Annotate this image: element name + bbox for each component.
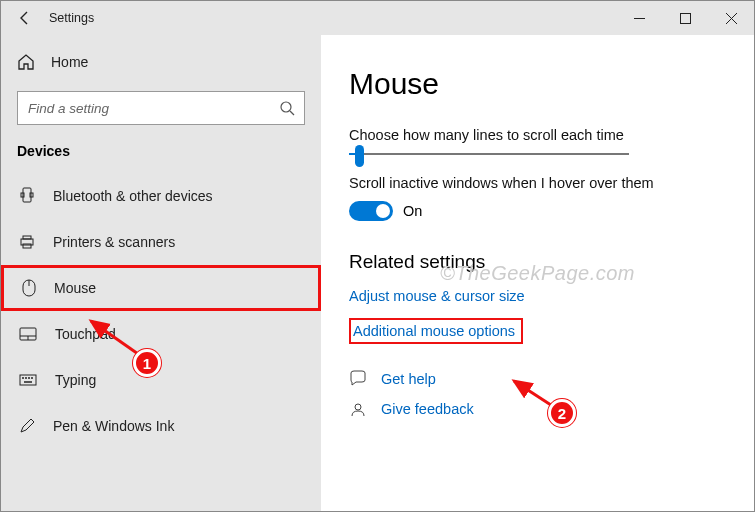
back-button[interactable] xyxy=(1,1,49,35)
sidebar-item-label: Mouse xyxy=(54,280,96,296)
toggle-state-text: On xyxy=(403,203,422,219)
sidebar-home[interactable]: Home xyxy=(1,53,321,91)
keyboard-icon xyxy=(19,374,37,386)
search-icon xyxy=(279,100,295,116)
svg-line-24 xyxy=(91,321,141,356)
sidebar-item-pen[interactable]: Pen & Windows Ink xyxy=(1,403,321,449)
mouse-icon xyxy=(22,279,36,297)
svg-line-25 xyxy=(514,381,554,407)
maximize-button[interactable] xyxy=(662,1,708,35)
scroll-lines-slider[interactable] xyxy=(349,153,722,155)
sidebar-item-label: Bluetooth & other devices xyxy=(53,188,213,204)
svg-point-4 xyxy=(281,102,291,112)
printer-icon xyxy=(19,234,35,250)
annotation-badge-2: 2 xyxy=(548,399,576,427)
scroll-inactive-label: Scroll inactive windows when I hover ove… xyxy=(349,175,722,191)
page-title: Mouse xyxy=(349,67,722,101)
home-icon xyxy=(17,53,35,71)
sidebar-item-typing[interactable]: Typing xyxy=(1,357,321,403)
search-input[interactable] xyxy=(17,91,305,125)
sidebar-item-label: Pen & Windows Ink xyxy=(53,418,174,434)
sidebar-item-label: Printers & scanners xyxy=(53,234,175,250)
svg-point-23 xyxy=(355,404,361,410)
help-icon xyxy=(349,370,367,388)
svg-rect-10 xyxy=(23,236,31,239)
svg-rect-1 xyxy=(680,13,690,23)
sidebar-group-label: Devices xyxy=(1,143,321,173)
sidebar-item-printers[interactable]: Printers & scanners xyxy=(1,219,321,265)
link-additional-mouse-options[interactable]: Additional mouse options xyxy=(353,323,515,339)
related-settings-heading: Related settings xyxy=(349,251,722,273)
minimize-button[interactable] xyxy=(616,1,662,35)
link-adjust-mouse[interactable]: Adjust mouse & cursor size xyxy=(349,288,525,304)
scroll-inactive-toggle[interactable] xyxy=(349,201,393,221)
scroll-lines-label: Choose how many lines to scroll each tim… xyxy=(349,127,722,143)
feedback-icon xyxy=(349,400,367,418)
give-feedback-text: Give feedback xyxy=(381,401,474,417)
pen-icon xyxy=(19,418,35,434)
sidebar-item-label: Typing xyxy=(55,372,96,388)
svg-rect-17 xyxy=(20,375,36,385)
titlebar: Settings xyxy=(1,1,754,35)
window-title: Settings xyxy=(49,11,94,25)
touchpad-icon xyxy=(19,327,37,341)
sidebar-item-bluetooth[interactable]: Bluetooth & other devices xyxy=(1,173,321,219)
sidebar-item-mouse[interactable]: Mouse xyxy=(1,265,321,311)
sidebar: Home Devices Bluetooth & other devices P… xyxy=(1,35,321,511)
close-button[interactable] xyxy=(708,1,754,35)
svg-line-5 xyxy=(290,111,294,115)
bluetooth-icon xyxy=(19,187,35,205)
search-wrap xyxy=(17,91,305,125)
content-pane: ©TheGeekPage.com Mouse Choose how many l… xyxy=(321,35,754,511)
annotation-badge-1: 1 xyxy=(133,349,161,377)
get-help-text: Get help xyxy=(381,371,436,387)
sidebar-item-touchpad[interactable]: Touchpad xyxy=(1,311,321,357)
slider-thumb[interactable] xyxy=(355,145,364,167)
sidebar-home-label: Home xyxy=(51,54,88,70)
